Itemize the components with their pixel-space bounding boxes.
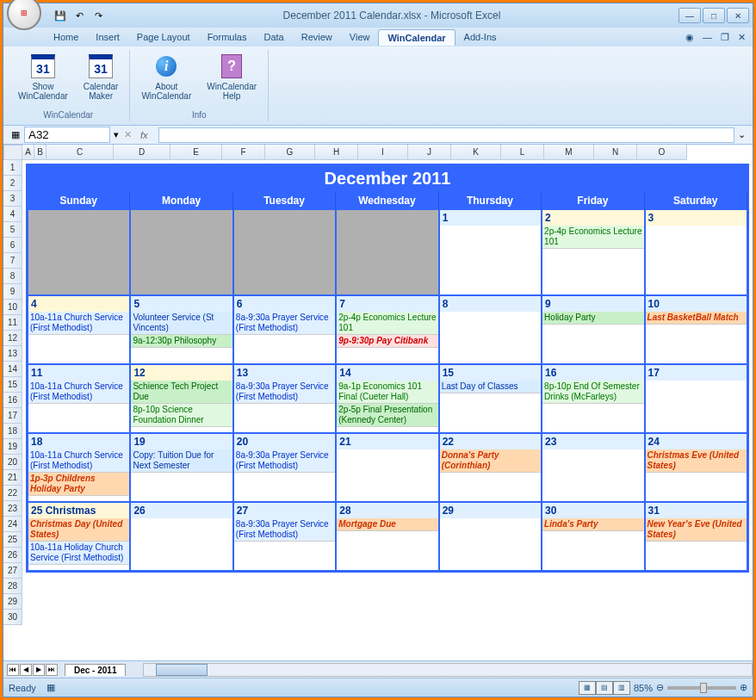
calendar-event[interactable]: 10a-11a Church Service (First Methodist): [28, 312, 129, 335]
calendar-event[interactable]: 8p-10p Science Foundation Dinner: [131, 404, 232, 427]
formula-input[interactable]: [158, 127, 734, 143]
calendar-event[interactable]: 10a-11a Holiday Church Service (First Me…: [28, 542, 129, 565]
calendar-cell-6[interactable]: 68a-9:30a Prayer Service (First Methodis…: [233, 295, 336, 364]
calendar-cell-5[interactable]: 5Volunteer Service (St Vincents)9a-12:30…: [130, 295, 232, 364]
calendar-cell-28[interactable]: 28Mortgage Due: [336, 502, 438, 571]
col-header-N[interactable]: N: [594, 145, 637, 160]
expand-formula-icon[interactable]: ⌄: [734, 129, 749, 140]
macro-icon[interactable]: ▦: [46, 682, 55, 693]
select-all-corner[interactable]: [3, 145, 22, 160]
calendar-event[interactable]: Donna's Party (Corinthian): [440, 449, 541, 473]
calendar-cell-18[interactable]: 1810a-11a Church Service (First Methodis…: [28, 433, 130, 502]
col-header-K[interactable]: K: [451, 145, 501, 160]
row-header-11[interactable]: 11: [3, 315, 22, 331]
calendar-cell-15[interactable]: 15Last Day of Classes: [439, 364, 542, 433]
tab-view[interactable]: View: [341, 29, 379, 45]
calendar-cell-9[interactable]: 9Holiday Party: [542, 295, 644, 364]
row-header-23[interactable]: 23: [3, 501, 22, 517]
tab-add-ins[interactable]: Add-Ins: [455, 29, 505, 45]
doc-close-button[interactable]: ✕: [738, 32, 746, 43]
tab-last-icon[interactable]: ⏭: [46, 664, 58, 676]
calendar-event[interactable]: Christmas Day (United States): [28, 518, 129, 542]
calendar-cell-12[interactable]: 12 Schience Tech Project Due8p-10p Scien…: [130, 364, 232, 433]
calendar-cell-4[interactable]: 410a-11a Church Service (First Methodist…: [28, 295, 130, 364]
row-header-30[interactable]: 30: [3, 610, 22, 625]
calendar-event[interactable]: Linda's Party: [542, 518, 643, 531]
row-header-14[interactable]: 14: [3, 362, 22, 377]
row-header-22[interactable]: 22: [3, 486, 22, 501]
calendar-cell-3[interactable]: 3: [645, 209, 747, 295]
normal-view-button[interactable]: ▦: [579, 681, 596, 695]
calendar-cell-14[interactable]: 149a-1p Economics 101 Final (Cueter Hall…: [336, 364, 438, 433]
calendar-cell-31[interactable]: 31 New Year's Eve (United States): [645, 502, 747, 571]
row-header-17[interactable]: 17: [3, 408, 22, 424]
row-header-15[interactable]: 15: [3, 377, 22, 393]
calendar-event[interactable]: Schience Tech Project Due: [131, 381, 232, 404]
name-box[interactable]: [24, 127, 110, 143]
calendar-cell-23[interactable]: 23: [542, 433, 644, 502]
calendar-cell-1[interactable]: 1: [439, 209, 542, 295]
calendar-event[interactable]: 10a-11a Church Service (First Methodist): [28, 449, 129, 473]
calendar-cell-10[interactable]: 10Last BasketBall Match: [645, 295, 747, 364]
calendar-event[interactable]: New Year's Eve (United States): [646, 518, 747, 542]
calendar-event[interactable]: 1p-3p Childrens Holiday Party: [28, 473, 129, 496]
row-header-29[interactable]: 29: [3, 594, 22, 610]
col-header-D[interactable]: D: [114, 145, 170, 160]
tab-page-layout[interactable]: Page Layout: [128, 29, 199, 45]
row-header-28[interactable]: 28: [3, 579, 22, 594]
calendar-event[interactable]: 8p-10p End Of Semester Drinks (McFarleys…: [542, 381, 643, 404]
calendar-event[interactable]: 9p-9:30p Pay Citibank: [337, 335, 437, 348]
close-button[interactable]: ✕: [727, 8, 749, 23]
redo-icon[interactable]: ↷: [90, 7, 107, 24]
page-layout-button[interactable]: ▤: [596, 681, 613, 695]
calendar-cell-20[interactable]: 208a-9:30a Prayer Service (First Methodi…: [233, 433, 336, 502]
col-header-O[interactable]: O: [637, 145, 687, 160]
row-header-18[interactable]: 18: [3, 424, 22, 439]
zoom-slider[interactable]: [667, 686, 736, 690]
row-header-4[interactable]: 4: [3, 207, 22, 222]
calendar-event[interactable]: Volunteer Service (St Vincents): [131, 312, 232, 335]
row-header-5[interactable]: 5: [3, 222, 22, 238]
tab-wincalendar[interactable]: WinCalendar: [378, 29, 455, 46]
calendar-cell-25[interactable]: 25 Christmas Christmas Day (United State…: [28, 502, 130, 571]
grid[interactable]: December 2011 SundayMondayTuesdayWednesd…: [22, 160, 753, 660]
calendar-cell-13[interactable]: 138a-9:30a Prayer Service (First Methodi…: [233, 364, 336, 433]
col-header-H[interactable]: H: [315, 145, 358, 160]
tab-first-icon[interactable]: ⏮: [7, 664, 19, 676]
col-header-J[interactable]: J: [408, 145, 451, 160]
ribbon-btn-wincalendar-help[interactable]: ?WinCalendar Help: [201, 50, 263, 108]
row-header-16[interactable]: 16: [3, 393, 22, 408]
doc-minimize-button[interactable]: —: [703, 32, 712, 43]
tab-data[interactable]: Data: [255, 29, 292, 45]
maximize-button[interactable]: □: [703, 8, 725, 23]
calendar-cell-21[interactable]: 21: [336, 433, 438, 502]
calendar-event[interactable]: 8a-9:30a Prayer Service (First Methodist…: [234, 518, 335, 542]
calendar-event[interactable]: Mortgage Due: [337, 518, 437, 531]
tab-insert[interactable]: Insert: [87, 29, 128, 45]
scrollbar-thumb[interactable]: [156, 664, 208, 676]
col-header-F[interactable]: F: [222, 145, 265, 160]
col-header-L[interactable]: L: [501, 145, 544, 160]
calendar-event[interactable]: Copy: Tuition Due for Next Semester: [131, 449, 232, 473]
ribbon-btn-calendar-maker[interactable]: 31Calendar Maker: [77, 50, 125, 108]
zoom-level[interactable]: 85%: [634, 683, 653, 693]
sheet-tab[interactable]: Dec - 2011: [65, 664, 126, 676]
zoom-out-button[interactable]: ⊖: [656, 682, 664, 693]
ribbon-btn-show-wincalendar[interactable]: 31Show WinCalendar: [12, 50, 74, 108]
tab-home[interactable]: Home: [45, 29, 87, 45]
calendar-cell-17[interactable]: 17: [645, 364, 747, 433]
save-icon[interactable]: 💾: [52, 7, 69, 24]
minimize-button[interactable]: —: [679, 8, 701, 23]
page-break-button[interactable]: ▥: [613, 681, 630, 695]
col-header-A[interactable]: A: [22, 145, 34, 160]
calendar-cell-empty[interactable]: [233, 209, 336, 295]
calendar-event[interactable]: 2p-4p Economics Lecture 101: [337, 312, 437, 335]
row-header-8[interactable]: 8: [3, 269, 22, 284]
calendar-cell-2[interactable]: 22p-4p Economics Lecture 101: [542, 209, 644, 295]
col-header-C[interactable]: C: [46, 145, 114, 160]
row-header-21[interactable]: 21: [3, 470, 22, 486]
row-header-26[interactable]: 26: [3, 548, 22, 563]
calendar-event[interactable]: Christmas Eve (United States): [646, 449, 747, 473]
row-header-25[interactable]: 25: [3, 532, 22, 548]
fx-label[interactable]: fx: [133, 130, 155, 140]
